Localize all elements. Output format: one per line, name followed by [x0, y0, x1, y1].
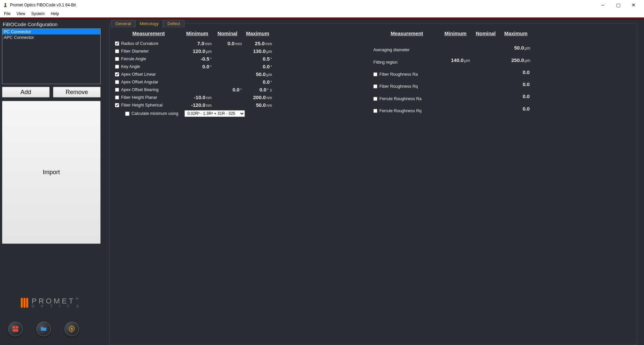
value-cell[interactable]: [212, 78, 243, 86]
measurement-label: Ferrule Roughness Ra: [379, 96, 422, 101]
calc-checkbox[interactable]: [125, 112, 129, 116]
value-cell[interactable]: [440, 44, 471, 56]
tab-metrology[interactable]: Metrology: [135, 20, 163, 27]
measurement-checkbox[interactable]: [373, 97, 377, 101]
measurement-checkbox[interactable]: [115, 49, 119, 53]
measurement-label: Fiber Height Spherical: [121, 103, 163, 108]
value-cell[interactable]: 250.0µm: [501, 56, 531, 68]
value-cell[interactable]: 130.0µm: [243, 47, 273, 55]
value-cell[interactable]: 7.0mm: [182, 40, 212, 47]
value-cell[interactable]: 0.0°: [182, 63, 212, 70]
measurement-checkbox[interactable]: [115, 88, 119, 92]
value-cell[interactable]: [212, 101, 243, 109]
col-measurement: Measurement: [373, 30, 440, 44]
value-cell[interactable]: 0.0: [501, 92, 531, 105]
measurement-row: Averaging diameter: [373, 44, 440, 56]
measurement-label: Apex Offset Linear: [121, 72, 156, 77]
settings-button[interactable]: [64, 322, 79, 336]
value-cell[interactable]: 0.5°: [243, 55, 273, 63]
value-cell[interactable]: -120.0nm: [182, 101, 212, 109]
value-cell[interactable]: [212, 63, 243, 70]
value-cell[interactable]: [212, 47, 243, 55]
menu-help[interactable]: Help: [48, 11, 62, 17]
value-cell[interactable]: [212, 93, 243, 101]
calc-formula-select[interactable]: 0.02R³ - 1.3R² + 31R - 325: [184, 110, 245, 117]
measurement-checkbox[interactable]: [115, 42, 119, 46]
menu-system[interactable]: System: [29, 11, 47, 17]
measurement-label: Apex Offset Bearing: [121, 87, 159, 92]
measurement-checkbox[interactable]: [115, 103, 119, 107]
value-cell[interactable]: [440, 105, 471, 117]
value-cell[interactable]: 50.0µm: [243, 70, 273, 78]
measurement-checkbox[interactable]: [115, 72, 119, 76]
value-cell[interactable]: 50.0µm: [501, 44, 531, 56]
close-button[interactable]: ✕: [626, 0, 641, 10]
config-listbox[interactable]: PC Connector APC Connector: [2, 28, 101, 84]
value-cell[interactable]: [182, 70, 212, 78]
value-cell[interactable]: [182, 78, 212, 86]
menu-file[interactable]: File: [1, 11, 13, 17]
measurement-label: Apex Offset Angular: [121, 80, 158, 84]
list-item[interactable]: APC Connector: [2, 34, 100, 40]
value-cell[interactable]: 140.0µm: [440, 56, 471, 68]
svg-point-5: [71, 328, 73, 330]
tab-general[interactable]: General: [111, 20, 135, 27]
value-cell[interactable]: 120.0µm: [182, 47, 212, 55]
app-icon: [3, 2, 8, 8]
value-cell[interactable]: [440, 80, 471, 92]
measurement-label: Fiber Roughness Ra: [379, 72, 418, 77]
measurement-checkbox[interactable]: [115, 95, 119, 99]
value-cell[interactable]: 0.0mm: [212, 40, 243, 47]
measurement-label: Averaging diameter: [373, 48, 410, 52]
value-cell[interactable]: 50.0nm: [243, 101, 273, 109]
value-cell[interactable]: [182, 86, 212, 93]
metrology-table-left: Measurement Minimum Nominal Maximum Radi…: [115, 30, 273, 117]
logo-reg: ®: [76, 297, 78, 300]
value-cell[interactable]: 0.0°: [243, 63, 273, 70]
measurement-label: Fitting region: [373, 60, 397, 65]
value-cell[interactable]: 0.0°: [212, 86, 243, 93]
col-minimum: Minimum: [182, 30, 212, 40]
measurement-checkbox[interactable]: [115, 65, 119, 69]
value-cell[interactable]: 0.0: [501, 105, 531, 117]
menubar: File View System Help: [0, 10, 644, 17]
tab-defect[interactable]: Defect: [163, 20, 184, 27]
remove-button[interactable]: Remove: [53, 87, 101, 97]
value-cell: [471, 56, 501, 68]
measurement-checkbox[interactable]: [115, 57, 119, 61]
import-button[interactable]: Import: [2, 101, 101, 244]
value-cell[interactable]: 0.0: [501, 68, 531, 80]
measurement-row: Apex Offset Angular: [115, 78, 182, 86]
minimize-button[interactable]: ─: [595, 0, 610, 10]
maximize-button[interactable]: ▢: [610, 0, 626, 10]
value-cell[interactable]: [212, 55, 243, 63]
measurement-checkbox[interactable]: [373, 72, 377, 76]
menu-view[interactable]: View: [14, 11, 28, 17]
logo-mark-icon: [21, 298, 28, 308]
value-cell[interactable]: -0.5°: [182, 55, 212, 63]
layout-button[interactable]: [8, 322, 23, 336]
logo-text-top: PROMET: [32, 297, 75, 305]
measurement-checkbox[interactable]: [373, 109, 377, 113]
value-cell[interactable]: [212, 70, 243, 78]
value-cell[interactable]: 200.0nm: [243, 93, 273, 101]
measurement-checkbox[interactable]: [373, 84, 377, 88]
value-cell[interactable]: 0.0: [501, 80, 531, 92]
value-cell[interactable]: 0.0° ±: [243, 86, 273, 93]
value-cell[interactable]: -10.0nm: [182, 93, 212, 101]
measurement-checkbox[interactable]: [115, 80, 119, 84]
value-cell[interactable]: [440, 92, 471, 105]
measurement-row: Fitting region: [373, 56, 440, 68]
main-panel: General Metrology Defect Measurement Min…: [103, 19, 644, 345]
add-button[interactable]: Add: [2, 87, 50, 97]
value-cell: [471, 92, 501, 105]
svg-rect-4: [13, 329, 18, 332]
list-item[interactable]: PC Connector: [2, 29, 100, 34]
value-cell[interactable]: 25.0mm: [243, 40, 273, 47]
col-maximum: Maximum: [243, 30, 273, 40]
value-cell[interactable]: [440, 68, 471, 80]
grid-icon: [12, 325, 19, 333]
measurement-row: Fiber Height Spherical: [115, 101, 182, 109]
value-cell[interactable]: 0.0°: [243, 78, 273, 86]
folder-button[interactable]: [36, 322, 51, 336]
